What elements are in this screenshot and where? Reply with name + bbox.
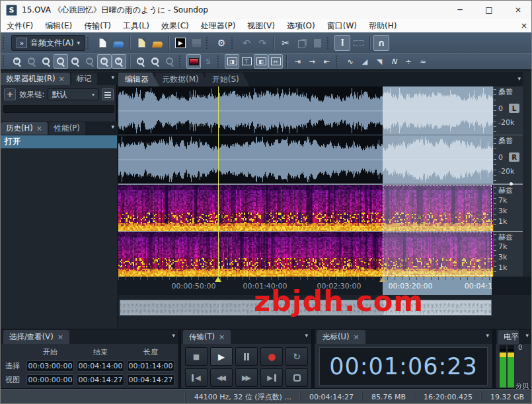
tab-editor[interactable]: 编辑器 <box>118 73 159 86</box>
menu-help[interactable]: 帮助(H) <box>363 20 402 32</box>
zoom-other-button[interactable] <box>163 54 177 69</box>
rewind-button[interactable]: ◀◀ <box>210 368 233 387</box>
go-to-end-button[interactable]: ▶ <box>260 368 283 387</box>
zoom-in-vertical-button[interactable]: + <box>68 54 83 69</box>
view-start-field[interactable]: 00:00:00:00 <box>26 374 74 386</box>
channel-badge-left[interactable]: L <box>509 104 519 113</box>
channel-badge-right[interactable]: R <box>509 152 519 162</box>
chevron-down-icon[interactable]: ▾ <box>517 75 521 82</box>
close-icon[interactable]: × <box>57 333 63 341</box>
paste-button[interactable] <box>309 35 325 51</box>
cursor-forward-button[interactable]: → <box>305 54 319 69</box>
minimize-button[interactable]: ─ <box>445 1 475 19</box>
close-icon[interactable]: × <box>219 333 225 341</box>
cut-button[interactable]: ✂ <box>278 35 293 51</box>
normalize-button[interactable]: N <box>387 54 401 69</box>
selection-start-marker[interactable] <box>379 277 386 282</box>
limiter-button[interactable]: ≈ <box>416 54 430 69</box>
splitter-dot[interactable] <box>510 182 513 185</box>
time-selection-tool-button[interactable]: I <box>334 35 350 51</box>
effect-list-button[interactable] <box>102 88 114 100</box>
fade-in-button[interactable]: ◢ <box>358 54 372 69</box>
view-length-field[interactable]: 00:04:14:27 <box>127 374 174 386</box>
close-icon[interactable]: × <box>353 333 359 341</box>
audio-file-dropdown-button[interactable]: » 音频文件(A) ▾ <box>11 35 85 51</box>
open-file-button[interactable] <box>110 35 126 51</box>
tab-selection-view[interactable]: 选择/查看(V) × <box>3 330 69 344</box>
record-button[interactable]: ● <box>260 347 283 366</box>
close-button[interactable]: × <box>504 1 532 19</box>
menu-edit[interactable]: 编辑(E) <box>39 20 78 32</box>
tab-performance[interactable]: 性能(P) <box>49 122 85 135</box>
pause-button[interactable] <box>235 347 258 366</box>
menu-options[interactable]: 选项(O) <box>281 20 321 32</box>
spectral-selection-region[interactable] <box>383 185 492 277</box>
zoom-amplitude-out-button[interactable]: + <box>112 54 126 69</box>
zoom-out-vertical-button[interactable]: − <box>83 54 97 69</box>
tab-cursor[interactable]: 光标(U) × <box>317 330 365 344</box>
toolbar-grip[interactable] <box>206 37 210 49</box>
dock-layout-a-button[interactable]: ◨ <box>225 54 239 69</box>
undo-button[interactable]: ↶ <box>239 35 254 51</box>
chevron-down-icon[interactable]: ▾ <box>525 332 529 339</box>
waveform-left-channel[interactable] <box>118 86 493 135</box>
tab-history[interactable]: 历史(H) × <box>1 122 48 135</box>
record-mode-button[interactable] <box>285 368 308 387</box>
play-file-button[interactable]: ▶ <box>172 35 188 51</box>
zoom-out-full-button[interactable]: − <box>39 54 54 69</box>
effect-chain-select[interactable]: 默认 ▾ <box>48 88 98 100</box>
zoom-out-time-button[interactable]: − <box>24 54 39 69</box>
process-wave-button[interactable]: ∿ <box>343 54 358 69</box>
chevron-down-icon[interactable]: ▾ <box>305 332 308 339</box>
fast-forward-button[interactable]: ▶▶ <box>235 368 258 387</box>
spectrum-view-button[interactable] <box>186 54 201 69</box>
toolbar-grip[interactable] <box>179 55 183 67</box>
chevron-down-icon[interactable]: ▾ <box>111 74 114 81</box>
zoom-amplitude-in-button[interactable]: + <box>97 54 112 69</box>
menu-processors[interactable]: 处理器(P) <box>195 20 242 32</box>
zoom-to-selection-button[interactable]: + <box>133 54 148 69</box>
new-file-button[interactable] <box>95 35 110 51</box>
play-button[interactable]: ▶ <box>210 347 233 366</box>
toolbar-grip[interactable] <box>3 55 7 67</box>
tab-effects-rack[interactable]: 效果器机架(R) × <box>1 73 70 85</box>
chevron-down-icon[interactable]: ▾ <box>111 123 114 130</box>
menu-effects[interactable]: 效果(C) <box>155 20 195 32</box>
view-end-field[interactable]: 00:04:14:27 <box>77 374 124 386</box>
document-close-icon[interactable]: × <box>515 21 532 30</box>
toolbar-grip[interactable] <box>327 37 331 49</box>
dock-layout-d-button[interactable]: ↔ <box>268 54 283 69</box>
open-session-button[interactable] <box>149 35 165 51</box>
tab-markers[interactable]: 标记 <box>71 73 97 85</box>
cursor-to-selection-end-button[interactable]: ⇤ <box>319 54 334 69</box>
menu-transport[interactable]: 传输(T) <box>78 20 117 32</box>
selection-length-field[interactable]: 00:01:14:00 <box>127 360 174 372</box>
new-session-button[interactable] <box>133 35 149 51</box>
copy-button[interactable] <box>293 35 309 51</box>
snap-toggle-button[interactable]: ∩ <box>373 35 389 51</box>
menu-tools[interactable]: 工具(L) <box>117 20 155 32</box>
tab-level-meter[interactable]: 电平 <box>498 330 519 344</box>
toolbar-grip[interactable] <box>3 37 7 49</box>
zoom-reset-button[interactable]: − <box>148 54 163 69</box>
menu-view[interactable]: 视图(V) <box>241 20 281 32</box>
tab-metadata[interactable]: 元数据(M) <box>155 73 209 86</box>
toolbar-grip[interactable] <box>87 37 91 49</box>
zoom-in-time-button[interactable]: + <box>10 54 24 69</box>
selection-end-field[interactable]: 00:04:14:00 <box>77 360 124 372</box>
go-to-start-button[interactable]: ◀ <box>185 368 208 387</box>
tab-start[interactable]: 开始(S) <box>206 73 250 86</box>
chevron-down-icon[interactable]: ▾ <box>486 332 489 339</box>
redo-button[interactable]: ↷ <box>254 35 270 51</box>
dock-layout-c-button[interactable]: ◧ <box>254 54 268 69</box>
zoom-selection-button[interactable] <box>54 54 68 69</box>
marquee-selection-button[interactable] <box>350 35 366 51</box>
waveform-right-channel[interactable] <box>118 135 493 184</box>
menu-file[interactable]: 文件(F) <box>1 20 39 32</box>
loop-button[interactable]: ↻ <box>285 347 308 366</box>
waveform-canvas-left[interactable] <box>118 86 493 135</box>
history-item-open[interactable]: 打开 <box>1 135 117 149</box>
tab-transport[interactable]: 传输(T) × <box>183 330 231 344</box>
menu-window[interactable]: 窗口(W) <box>321 20 363 32</box>
save-button[interactable] <box>188 35 204 51</box>
